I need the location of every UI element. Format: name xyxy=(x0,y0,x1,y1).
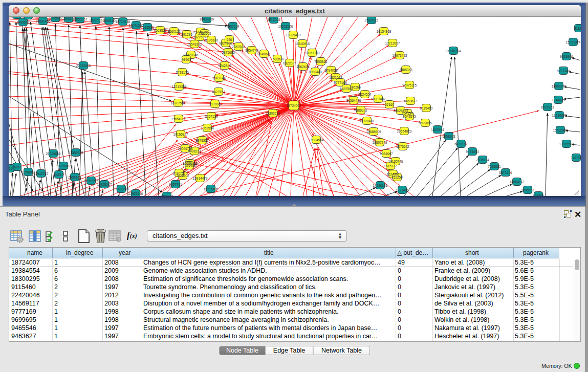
svg-text:6322037: 6322037 xyxy=(283,61,296,65)
svg-text:6794028: 6794028 xyxy=(324,69,338,72)
svg-text:9463627: 9463627 xyxy=(404,99,417,103)
svg-text:6479197: 6479197 xyxy=(454,142,468,146)
svg-text:17957275: 17957275 xyxy=(84,179,99,183)
svg-text:1244415: 1244415 xyxy=(552,98,565,102)
svg-text:16210643: 16210643 xyxy=(552,114,567,117)
svg-text:1075692: 1075692 xyxy=(396,145,409,148)
svg-text:17359928: 17359928 xyxy=(69,151,83,155)
svg-text:9699695: 9699695 xyxy=(419,121,432,125)
svg-text:10973493: 10973493 xyxy=(393,54,407,57)
svg-text:8454749: 8454749 xyxy=(245,49,258,52)
svg-text:116753: 116753 xyxy=(571,156,581,160)
svg-text:9329966: 9329966 xyxy=(560,55,573,58)
svg-text:9657791: 9657791 xyxy=(169,183,182,186)
svg-text:1010751: 1010751 xyxy=(172,171,186,175)
svg-text:1085526: 1085526 xyxy=(49,17,62,20)
svg-text:746266: 746266 xyxy=(350,85,361,89)
svg-text:14136141: 14136141 xyxy=(373,184,388,187)
svg-text:9245652: 9245652 xyxy=(521,188,534,192)
svg-text:1621022: 1621022 xyxy=(329,76,342,79)
svg-text:7357224: 7357224 xyxy=(226,25,239,28)
svg-text:891295: 891295 xyxy=(181,33,192,36)
svg-text:1156829: 1156829 xyxy=(22,170,35,174)
svg-text:19654982: 19654982 xyxy=(171,117,186,121)
svg-text:19654923: 19654923 xyxy=(397,129,412,133)
svg-text:17016504: 17016504 xyxy=(559,142,574,146)
svg-text:20206556: 20206556 xyxy=(46,152,61,156)
svg-text:98901: 98901 xyxy=(182,58,191,61)
svg-text:10807487: 10807487 xyxy=(371,97,386,101)
svg-text:25302033: 25302033 xyxy=(266,112,280,115)
svg-text:12942737: 12942737 xyxy=(34,172,49,176)
svg-text:5958923: 5958923 xyxy=(442,135,455,138)
svg-text:10961758: 10961758 xyxy=(305,51,320,55)
svg-text:20053346: 20053346 xyxy=(76,64,91,68)
svg-text:2505135: 2505135 xyxy=(68,176,81,179)
svg-text:1733426: 1733426 xyxy=(396,188,409,192)
svg-text:546: 546 xyxy=(227,38,232,41)
svg-text:9146821: 9146821 xyxy=(257,52,271,56)
svg-text:10654112: 10654112 xyxy=(510,180,525,184)
svg-text:7386322: 7386322 xyxy=(354,108,367,112)
svg-text:20691406: 20691406 xyxy=(36,19,51,23)
svg-text:15751074: 15751074 xyxy=(566,40,581,44)
svg-text:3624554: 3624554 xyxy=(358,93,372,96)
svg-text:8990448: 8990448 xyxy=(309,70,322,74)
svg-text:16107552: 16107552 xyxy=(171,101,186,105)
svg-text:21364436: 21364436 xyxy=(346,99,361,102)
svg-text:2867608: 2867608 xyxy=(232,45,245,49)
svg-text:5875685: 5875685 xyxy=(222,51,235,54)
svg-text:39159: 39159 xyxy=(9,167,14,170)
svg-text:19218506: 19218506 xyxy=(278,25,293,28)
svg-text:8427552: 8427552 xyxy=(212,90,225,94)
svg-text:7663822: 7663822 xyxy=(154,29,167,32)
svg-text:9474444: 9474444 xyxy=(466,150,479,154)
svg-text:16543382: 16543382 xyxy=(187,42,202,46)
svg-text:1549575: 1549575 xyxy=(403,115,416,118)
svg-text:16648784: 16648784 xyxy=(446,49,461,53)
svg-text:8215953: 8215953 xyxy=(541,105,554,109)
svg-text:9327508: 9327508 xyxy=(219,41,232,45)
svg-text:2322605: 2322605 xyxy=(198,32,211,35)
svg-text:10975687: 10975687 xyxy=(56,164,71,168)
svg-text:62160: 62160 xyxy=(385,103,394,106)
svg-text:1440954: 1440954 xyxy=(431,128,444,132)
svg-text:16120746: 16120746 xyxy=(388,160,403,163)
svg-text:8878354: 8878354 xyxy=(195,139,209,142)
svg-text:10046788: 10046788 xyxy=(178,147,193,150)
svg-text:1615132: 1615132 xyxy=(384,164,397,168)
svg-text:1405572: 1405572 xyxy=(16,20,30,24)
svg-text:16033809: 16033809 xyxy=(200,17,214,21)
svg-text:1292344: 1292344 xyxy=(160,194,173,196)
svg-text:917006: 917006 xyxy=(209,102,221,106)
svg-text:15692931: 15692931 xyxy=(553,128,568,132)
svg-text:7485063: 7485063 xyxy=(399,68,412,72)
svg-text:15720407: 15720407 xyxy=(360,119,375,123)
svg-text:14519: 14519 xyxy=(54,173,63,177)
svg-text:252254: 252254 xyxy=(391,176,403,179)
svg-text:203557: 203557 xyxy=(23,17,34,17)
svg-text:10958167: 10958167 xyxy=(97,183,112,186)
svg-text:10688609: 10688609 xyxy=(366,130,381,134)
svg-text:6466160: 6466160 xyxy=(102,19,116,23)
svg-text:9242848: 9242848 xyxy=(218,64,231,68)
svg-text:2803144: 2803144 xyxy=(212,76,226,80)
svg-text:924565: 924565 xyxy=(533,194,544,196)
svg-text:9827509: 9827509 xyxy=(193,35,206,39)
svg-text:15640910: 15640910 xyxy=(295,42,310,46)
svg-text:12975115: 12975115 xyxy=(402,83,417,87)
svg-text:10719135: 10719135 xyxy=(116,20,130,24)
svg-text:19166827: 19166827 xyxy=(173,133,188,136)
svg-text:8471626: 8471626 xyxy=(499,171,512,174)
svg-text:13325419: 13325419 xyxy=(286,33,301,37)
svg-text:7632621: 7632621 xyxy=(488,165,501,168)
svg-text:16782759: 16782759 xyxy=(114,187,129,191)
svg-text:7515526: 7515526 xyxy=(141,26,154,29)
svg-text:11125: 11125 xyxy=(574,27,581,30)
svg-text:1353594: 1353594 xyxy=(201,126,214,130)
svg-text:7955812: 7955812 xyxy=(314,60,328,63)
svg-text:16154808: 16154808 xyxy=(377,30,391,33)
svg-text:9227349: 9227349 xyxy=(557,69,570,73)
svg-text:8813054: 8813054 xyxy=(267,18,280,21)
svg-text:9084067: 9084067 xyxy=(380,152,393,156)
